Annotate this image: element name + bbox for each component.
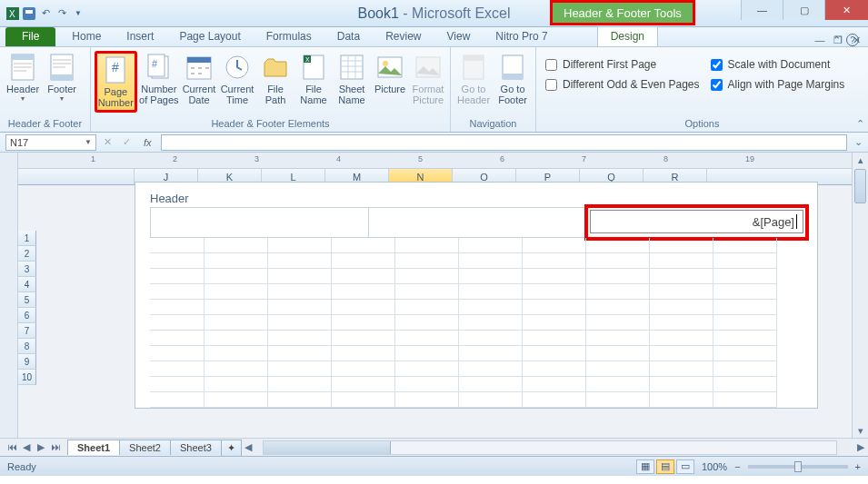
cell[interactable] [650, 238, 713, 253]
cell[interactable] [395, 346, 459, 361]
page-layout-view-button[interactable]: ▤ [656, 459, 674, 474]
cell[interactable] [205, 346, 268, 361]
align-page-margins-checkbox[interactable]: Align with Page Margins [705, 74, 851, 94]
cell[interactable] [268, 377, 332, 392]
cell[interactable] [395, 284, 459, 300]
cell[interactable] [713, 392, 777, 408]
cell[interactable] [332, 361, 395, 377]
cell[interactable] [713, 269, 777, 284]
tab-insert[interactable]: Insert [114, 27, 166, 46]
horizontal-scrollbar[interactable] [263, 440, 837, 455]
cell[interactable] [650, 300, 713, 315]
cell[interactable] [713, 315, 777, 331]
cell[interactable] [395, 331, 459, 346]
cell[interactable] [268, 315, 332, 331]
row-header[interactable]: 5 [18, 292, 36, 308]
cell[interactable] [459, 392, 523, 408]
header-right[interactable]: &[Page] [588, 208, 805, 237]
cell[interactable] [395, 361, 459, 377]
cell[interactable] [268, 253, 332, 269]
different-odd-even-checkbox[interactable]: Different Odd & Even Pages [540, 74, 705, 94]
cell[interactable] [459, 238, 523, 253]
cell[interactable] [268, 346, 332, 361]
cell[interactable] [459, 346, 523, 361]
formula-input[interactable] [161, 134, 847, 151]
cell[interactable] [150, 269, 205, 284]
cell[interactable] [650, 284, 713, 300]
new-sheet-button[interactable]: ✦ [221, 440, 242, 456]
cell[interactable] [713, 377, 777, 392]
sheet-nav-buttons[interactable]: ⏮◀▶⏭ [5, 441, 67, 453]
tab-formulas[interactable]: Formulas [254, 27, 324, 46]
cell[interactable] [523, 284, 586, 300]
cell[interactable] [586, 238, 650, 253]
cell[interactable] [459, 361, 523, 377]
row-header[interactable]: 3 [18, 262, 36, 277]
current-time-button[interactable]: Current Time [219, 51, 255, 107]
cell[interactable] [459, 269, 523, 284]
excel-app-icon[interactable]: X [5, 6, 20, 21]
scale-with-document-checkbox[interactable]: Scale with Document [705, 54, 851, 74]
cell[interactable] [205, 377, 268, 392]
cell[interactable] [586, 346, 650, 361]
row-header[interactable]: 4 [18, 277, 36, 292]
hscroll-thumb[interactable] [264, 441, 391, 454]
cell[interactable] [332, 238, 395, 253]
redo-icon[interactable]: ↷ [55, 6, 69, 21]
cell[interactable] [586, 377, 650, 392]
vertical-scrollbar[interactable]: ▴ ▾ [852, 153, 868, 438]
cell[interactable] [150, 284, 205, 300]
cell[interactable] [523, 253, 586, 269]
cell[interactable] [650, 331, 713, 346]
maximize-button[interactable]: ▢ [783, 0, 824, 20]
zoom-out-button[interactable]: − [734, 461, 740, 472]
cell[interactable] [650, 361, 713, 377]
zoom-slider[interactable] [748, 465, 848, 469]
cell[interactable] [650, 253, 713, 269]
cell[interactable] [650, 377, 713, 392]
cell[interactable] [332, 315, 395, 331]
cell[interactable] [713, 346, 777, 361]
cell[interactable] [650, 315, 713, 331]
tab-review[interactable]: Review [373, 27, 434, 46]
current-date-button[interactable]: Current Date [181, 51, 217, 107]
cell[interactable] [459, 284, 523, 300]
row-headers[interactable]: 12345678910 [18, 231, 36, 385]
cell[interactable] [459, 377, 523, 392]
cell[interactable] [205, 315, 268, 331]
cell[interactable] [459, 300, 523, 315]
cell[interactable] [332, 284, 395, 300]
cell[interactable] [268, 284, 332, 300]
cell[interactable] [150, 377, 205, 392]
sheet-tab[interactable]: Sheet3 [170, 440, 222, 455]
cell[interactable] [332, 269, 395, 284]
cell[interactable] [150, 392, 205, 408]
expand-formula-bar-icon[interactable]: ⌄ [851, 136, 863, 148]
ribbon-collapse-icon[interactable]: ⌃ [856, 118, 864, 130]
cell[interactable] [205, 331, 268, 346]
row-header[interactable]: 10 [18, 370, 36, 385]
cell-grid[interactable] [150, 238, 806, 408]
cell[interactable] [586, 331, 650, 346]
file-path-button[interactable]: File Path [257, 51, 294, 107]
tab-view[interactable]: View [434, 27, 484, 46]
cell[interactable] [523, 300, 586, 315]
cell[interactable] [150, 331, 205, 346]
cell[interactable] [523, 331, 586, 346]
cell[interactable] [459, 253, 523, 269]
cell[interactable] [713, 331, 777, 346]
cell[interactable] [713, 361, 777, 377]
cell[interactable] [523, 361, 586, 377]
cell[interactable] [150, 315, 205, 331]
cell[interactable] [332, 300, 395, 315]
zoom-in-button[interactable]: + [855, 461, 861, 472]
name-box-dropdown-icon[interactable]: ▼ [85, 138, 92, 146]
cell[interactable] [713, 284, 777, 300]
minimize-button[interactable]: — [741, 0, 783, 20]
cell[interactable] [332, 392, 395, 408]
header-center[interactable] [369, 208, 587, 237]
row-header[interactable]: 8 [18, 339, 36, 354]
cell[interactable] [268, 269, 332, 284]
cell[interactable] [395, 238, 459, 253]
cell[interactable] [459, 331, 523, 346]
